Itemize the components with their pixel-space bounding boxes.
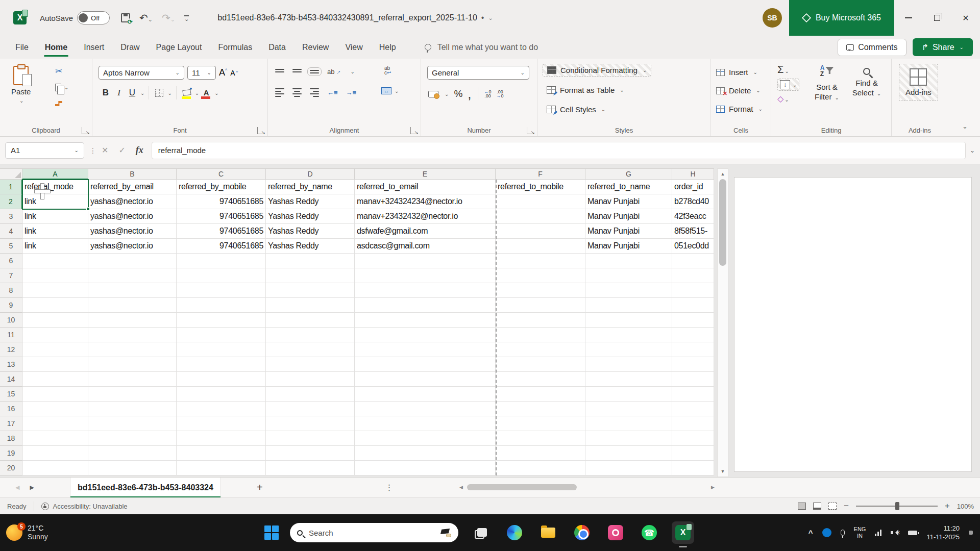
cell-F8[interactable] xyxy=(496,283,585,298)
cell-C9[interactable] xyxy=(177,298,266,313)
row-header-16[interactable]: 16 xyxy=(0,402,22,416)
excel-app-icon[interactable]: X xyxy=(13,11,27,24)
italic-button[interactable]: I xyxy=(113,86,125,99)
language-indicator[interactable]: ENGIN xyxy=(854,526,866,539)
cell-F2[interactable] xyxy=(496,194,585,209)
bluetooth-icon[interactable] xyxy=(822,528,831,537)
cell-F17[interactable] xyxy=(496,416,585,431)
delete-cells-button[interactable]: ✕Delete⌄ xyxy=(716,84,761,97)
fill-button[interactable]: ↓⌄ xyxy=(777,79,799,91)
cell-D14[interactable] xyxy=(266,372,355,387)
cell-F3[interactable] xyxy=(496,209,585,224)
taskbar-icon-chrome[interactable] xyxy=(571,521,593,544)
notification-center-icon[interactable] xyxy=(969,531,973,535)
cell-G5[interactable]: Manav Punjabi xyxy=(585,239,672,254)
cell-H19[interactable] xyxy=(672,446,714,461)
format-cells-button[interactable]: Format⌄ xyxy=(716,103,763,115)
zoom-level[interactable]: 100% xyxy=(957,503,974,510)
tab-file[interactable]: File xyxy=(7,38,37,57)
cell-G11[interactable] xyxy=(585,328,672,342)
cell-E10[interactable] xyxy=(355,313,496,328)
cell-B9[interactable] xyxy=(88,298,177,313)
cell-G19[interactable] xyxy=(585,446,672,461)
cell-A10[interactable] xyxy=(22,313,88,328)
cell-A11[interactable] xyxy=(22,328,88,342)
taskbar-icon-excel[interactable]: X xyxy=(672,521,694,544)
cell-E14[interactable] xyxy=(355,372,496,387)
cell-D8[interactable] xyxy=(266,283,355,298)
cell-F5[interactable] xyxy=(496,239,585,254)
orientation-button[interactable]: ab→ xyxy=(327,68,341,76)
zoom-in-button[interactable]: + xyxy=(945,501,950,511)
cell-D2[interactable]: Yashas Reddy xyxy=(266,194,355,209)
cell-B10[interactable] xyxy=(88,313,177,328)
cell-F12[interactable] xyxy=(496,342,585,357)
cell-B1[interactable]: referred_by_email xyxy=(88,180,177,194)
number-format-select[interactable]: General⌄ xyxy=(427,66,529,80)
cell-H1[interactable]: order_id xyxy=(672,180,714,194)
cell-G1[interactable]: referred_to_name xyxy=(585,180,672,194)
cell-C5[interactable]: 9740651685 xyxy=(177,239,266,254)
cell-G18[interactable] xyxy=(585,431,672,446)
autosave-toggle[interactable]: Off xyxy=(77,11,110,24)
accounting-chevron[interactable]: ⌄ xyxy=(445,91,449,97)
font-dialog-launcher[interactable]: ↘ xyxy=(257,127,264,134)
cell-F14[interactable] xyxy=(496,372,585,387)
tab-formulas[interactable]: Formulas xyxy=(210,38,260,57)
fill-color-chevron[interactable]: ⌄ xyxy=(195,90,199,96)
cell-B19[interactable] xyxy=(88,446,177,461)
cell-E16[interactable] xyxy=(355,402,496,416)
cell-D15[interactable] xyxy=(266,387,355,402)
cell-A20[interactable] xyxy=(22,461,88,475)
cell-C4[interactable]: 9740651685 xyxy=(177,224,266,239)
save-icon[interactable] xyxy=(121,13,130,22)
network-icon[interactable] xyxy=(875,529,881,536)
row-header-3[interactable]: 3 xyxy=(0,209,22,224)
row-header-17[interactable]: 17 xyxy=(0,416,22,431)
tab-home[interactable]: Home xyxy=(37,38,76,57)
borders-button[interactable] xyxy=(153,86,165,99)
cell-B5[interactable]: yashas@nector.io xyxy=(88,239,177,254)
cell-F4[interactable] xyxy=(496,224,585,239)
cell-C17[interactable] xyxy=(177,416,266,431)
cell-B4[interactable]: yashas@nector.io xyxy=(88,224,177,239)
cell-G15[interactable] xyxy=(585,387,672,402)
minimize-button[interactable] xyxy=(894,0,923,36)
fill-color-button[interactable] xyxy=(181,86,193,99)
cell-H18[interactable] xyxy=(672,431,714,446)
decrease-font-icon[interactable]: A⌄ xyxy=(230,68,239,77)
cell-H9[interactable] xyxy=(672,298,714,313)
increase-font-icon[interactable]: A^ xyxy=(219,67,227,78)
cell-D12[interactable] xyxy=(266,342,355,357)
cell-G4[interactable]: Manav Punjabi xyxy=(585,224,672,239)
cell-A13[interactable] xyxy=(22,357,88,372)
column-header-E[interactable]: E xyxy=(355,168,496,180)
cell-G13[interactable] xyxy=(585,357,672,372)
cancel-icon[interactable]: ✕ xyxy=(102,145,108,155)
formula-input[interactable]: referral_mode xyxy=(152,142,966,159)
cell-D5[interactable]: Yashas Reddy xyxy=(266,239,355,254)
clipboard-dialog-launcher[interactable]: ↘ xyxy=(82,127,89,134)
cell-H11[interactable] xyxy=(672,328,714,342)
column-header-C[interactable]: C xyxy=(177,168,266,180)
cell-F10[interactable] xyxy=(496,313,585,328)
cell-H20[interactable] xyxy=(672,461,714,475)
bottom-align-icon[interactable] xyxy=(310,70,319,73)
cell-F20[interactable] xyxy=(496,461,585,475)
cell-C14[interactable] xyxy=(177,372,266,387)
taskbar-icon-edge[interactable] xyxy=(503,521,526,544)
row-header-19[interactable]: 19 xyxy=(0,446,22,461)
taskbar-icon-photos[interactable] xyxy=(604,521,627,544)
cell-H16[interactable] xyxy=(672,402,714,416)
sheet-tab-options-icon[interactable]: ⋮ xyxy=(385,483,394,492)
cell-H5[interactable]: 051ec0dd xyxy=(672,239,714,254)
cell-A18[interactable] xyxy=(22,431,88,446)
cell-H6[interactable] xyxy=(672,254,714,268)
cell-E13[interactable] xyxy=(355,357,496,372)
cell-F11[interactable] xyxy=(496,328,585,342)
row-header-7[interactable]: 7 xyxy=(0,268,22,283)
comments-button[interactable]: Comments xyxy=(838,39,906,56)
row-header-12[interactable]: 12 xyxy=(0,342,22,357)
cell-A4[interactable]: link xyxy=(22,224,88,239)
taskbar-icon-whatsapp[interactable]: ☎ xyxy=(638,521,660,544)
